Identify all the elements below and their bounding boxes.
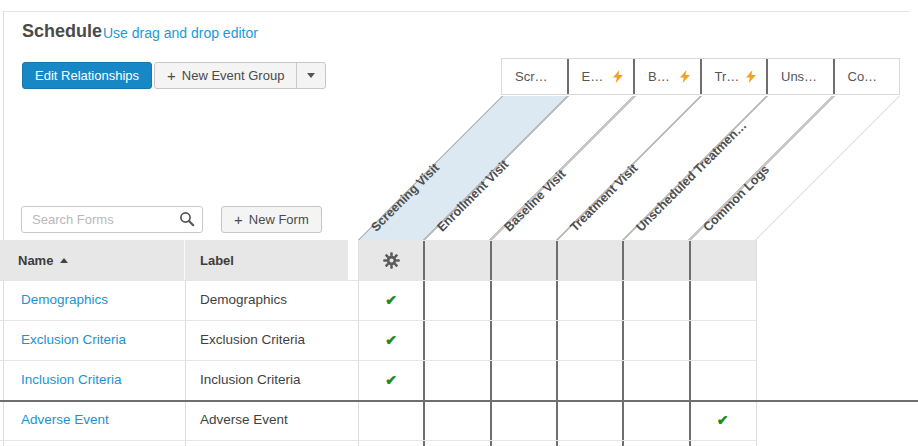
new-event-group-split-button: + New Event Group [154,62,326,89]
grid-vline [756,240,757,446]
form-label-text: Demographics [200,280,287,320]
search-forms-wrap [21,206,203,233]
lightning-icon [746,70,756,83]
visit-tab-text: Uns… [781,69,817,84]
schedule-check-cell[interactable]: ✔ [690,400,756,440]
edit-relationships-label: Edit Relationships [35,68,139,83]
visit-tab-text: Tr… [715,69,740,84]
visit-tab-3[interactable]: Tr… [702,59,769,94]
grid-vline [490,241,492,446]
check-icon: ✔ [717,412,729,428]
check-icon: ✔ [385,292,397,308]
visit-tab-1[interactable]: E… [569,59,636,94]
panel-top-border [3,11,910,12]
grid-vline [622,241,624,446]
visit-tab-text: E… [582,69,604,84]
search-icon [179,211,195,227]
column-header-name[interactable]: Name [0,240,185,280]
schedule-check-cell[interactable]: ✔ [358,280,424,320]
schedule-check-cell[interactable]: ✔ [358,320,424,360]
check-icon: ✔ [385,332,397,348]
form-label-text: Adverse Event [200,400,288,440]
column-header-label[interactable]: Label [185,240,348,280]
name-header-label: Name [18,253,53,268]
chevron-down-icon [307,73,315,78]
forms-table-header: Name Label [0,240,348,280]
form-label-text: Inclusion Criteria [200,360,301,400]
form-name-link[interactable]: Adverse Event [21,400,109,440]
grid-vline [185,280,186,446]
visit-tab-text: Co… [848,69,878,84]
sort-asc-icon [60,258,68,263]
new-event-group-label: New Event Group [182,68,285,83]
grid-hline [0,440,756,441]
lightning-icon [613,70,623,83]
new-form-button[interactable]: + New Form [221,206,322,233]
visit-tab-0[interactable]: Scr… [502,59,569,94]
schedule-check-cell[interactable]: ✔ [358,360,424,400]
new-event-group-button[interactable]: + New Event Group [155,63,297,88]
panel-left-border [3,11,4,446]
form-name-link[interactable]: Exclusion Criteria [21,320,126,360]
plus-icon: + [234,211,243,228]
visit-tab-text: Scr… [515,69,548,84]
lightning-icon [680,70,690,83]
visit-tab-2[interactable]: B… [635,59,702,94]
drag-drop-editor-link[interactable]: Use drag and drop editor [103,25,258,41]
edit-relationships-button[interactable]: Edit Relationships [22,62,152,89]
plus-icon: + [167,67,176,84]
column-settings-button[interactable] [358,240,424,280]
visit-tab-5[interactable]: Co… [835,59,900,94]
check-icon: ✔ [385,372,397,388]
gear-icon [383,252,400,269]
grid-vline [556,241,558,446]
visit-tab-text: B… [648,69,670,84]
new-form-label: New Form [249,212,309,227]
new-event-group-caret-button[interactable] [297,63,325,88]
page-title: Schedule [22,21,102,42]
form-label-text: Exclusion Criteria [200,320,305,360]
schedule-page: Schedule Use drag and drop editor Edit R… [0,0,918,446]
visit-tabs: Scr…E…B…Tr…Uns…Co… [501,58,900,95]
form-name-link[interactable]: Demographics [21,280,108,320]
form-name-link[interactable]: Inclusion Criteria [21,360,122,400]
grid-hline [0,400,918,402]
search-input[interactable] [21,206,203,233]
visit-tab-4[interactable]: Uns… [768,59,835,94]
label-header-label: Label [200,253,234,268]
